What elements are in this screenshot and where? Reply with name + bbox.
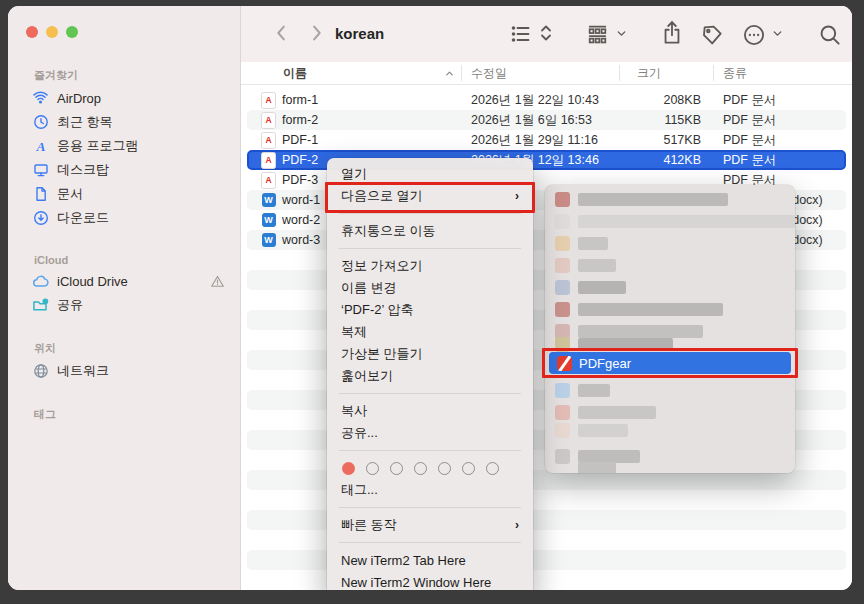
file-name: PDF-3 (282, 173, 318, 187)
file-row-PDF-1[interactable]: APDF-12026년 1월 29일 11:16517KBPDF 문서 (241, 130, 852, 150)
close-window-button[interactable] (26, 26, 38, 38)
tag-icon[interactable] (699, 22, 725, 48)
redacted-app-item[interactable] (555, 403, 656, 421)
file-date: 2026년 1월 6일 16:53 (471, 112, 629, 129)
sidebar-item-label: 데스크탑 (57, 161, 109, 179)
sidebar-item-네트워크[interactable]: 네트워크 (18, 359, 230, 383)
menu-separator (339, 450, 521, 451)
menu-item-label: ‘PDF-2’ 압축 (341, 301, 413, 319)
menu-item-정보-가져오기[interactable]: 정보 가져오기 (327, 255, 533, 277)
menu-item-label: 다음으로 열기 (341, 187, 423, 205)
file-name: word-3 (282, 233, 320, 247)
submenu-item-pdfgear[interactable]: PDFgear (549, 352, 791, 374)
sidebar-section-title: 즐겨찾기 (34, 68, 240, 83)
redacted-app-item[interactable] (555, 212, 795, 230)
redacted-app-icon (555, 405, 570, 420)
menu-item-new-iterm2-window-here[interactable]: New iTerm2 Window Here (327, 571, 533, 590)
more-actions-chevron-icon[interactable] (771, 27, 784, 40)
sidebar-sections: 즐겨찾기AirDrop최근 항목A응용 프로그램데스크탑문서다운로드iCloud… (8, 56, 240, 437)
sidebar-item-airdrop[interactable]: AirDrop (18, 86, 230, 110)
menu-item--pdf-2-압축[interactable]: ‘PDF-2’ 압축 (327, 299, 533, 321)
back-button[interactable] (271, 22, 293, 44)
column-header-name[interactable]: 이름 (261, 65, 471, 82)
menu-item-빠른-동작[interactable]: 빠른 동작› (327, 514, 533, 536)
redacted-app-item[interactable] (555, 278, 626, 296)
column-divider[interactable] (619, 65, 620, 81)
forward-button[interactable] (305, 22, 327, 44)
file-row-form-1[interactable]: Aform-12026년 1월 22일 10:43208KBPDF 문서 (241, 90, 852, 110)
sidebar-item-공유[interactable]: 공유 (18, 293, 230, 317)
redacted-app-icon (555, 302, 570, 317)
menu-item-가상본-만들기[interactable]: 가상본 만들기 (327, 343, 533, 365)
menu-item-label: 가상본 만들기 (341, 345, 423, 363)
document-icon (32, 186, 49, 203)
sidebar-item-label: iCloud Drive (57, 274, 128, 289)
menu-item-이름-변경[interactable]: 이름 변경 (327, 277, 533, 299)
file-name: PDF-2 (282, 153, 318, 167)
tag-empty-dot[interactable] (438, 462, 451, 475)
column-divider[interactable] (713, 65, 714, 81)
view-sort-chevrons-icon[interactable] (537, 22, 555, 44)
redacted-app-icon (555, 236, 570, 251)
tag-red-dot[interactable] (342, 462, 355, 475)
sidebar-item-응용-프로그램[interactable]: A응용 프로그램 (18, 134, 230, 158)
column-header-size[interactable]: 크기 (629, 65, 701, 82)
sidebar-item-데스크탑[interactable]: 데스크탑 (18, 158, 230, 182)
group-by-icon[interactable] (585, 22, 610, 47)
menu-item-열기[interactable]: 열기 (327, 163, 533, 185)
tag-empty-dot[interactable] (486, 462, 499, 475)
sidebar-item-label: 최근 항목 (57, 113, 113, 131)
menu-item-다음으로-열기[interactable]: 다음으로 열기› (327, 185, 533, 207)
tag-empty-dot[interactable] (366, 462, 379, 475)
file-date: 2026년 1월 22일 10:43 (471, 92, 629, 109)
redacted-app-item[interactable] (555, 335, 673, 353)
menu-item-휴지통으로-이동[interactable]: 휴지통으로 이동 (327, 220, 533, 242)
list-view-icon[interactable] (509, 22, 533, 46)
redacted-app-item[interactable] (555, 421, 628, 439)
menu-item-훑어보기[interactable]: 훑어보기 (327, 365, 533, 387)
word-file-icon: W (262, 213, 276, 227)
airdrop-icon (32, 90, 49, 107)
redacted-app-item[interactable] (555, 300, 723, 318)
redacted-app-item[interactable] (555, 459, 616, 473)
more-actions-icon[interactable] (741, 22, 767, 48)
menu-item-공유-[interactable]: 공유... (327, 422, 533, 444)
menu-separator (339, 542, 521, 543)
redacted-app-item[interactable] (555, 234, 608, 252)
tag-empty-dot[interactable] (390, 462, 403, 475)
pdf-file-icon: A (261, 112, 276, 129)
group-by-chevron-icon[interactable] (615, 27, 628, 40)
sidebar-item-최근-항목[interactable]: 최근 항목 (18, 110, 230, 134)
menu-item-label: 이름 변경 (341, 279, 397, 297)
zoom-window-button[interactable] (66, 26, 78, 38)
share-icon[interactable] (659, 19, 685, 47)
tag-empty-dot[interactable] (462, 462, 475, 475)
search-icon[interactable] (817, 22, 843, 48)
tag-color-row (327, 457, 533, 479)
pdf-file-icon: A (261, 132, 276, 149)
redacted-app-item[interactable] (555, 190, 728, 208)
minimize-window-button[interactable] (46, 26, 58, 38)
applications-icon: A (32, 138, 49, 155)
pdfgear-app-icon (557, 356, 572, 371)
menu-item-복사[interactable]: 복사 (327, 400, 533, 422)
column-header-date[interactable]: 수정일 (471, 65, 629, 82)
redacted-app-item[interactable] (555, 256, 616, 274)
tag-empty-dot[interactable] (414, 462, 427, 475)
menu-item-태그-[interactable]: 태그... (327, 479, 533, 501)
sidebar-item-label: 다운로드 (57, 209, 109, 227)
menu-item-label: 휴지통으로 이동 (341, 222, 436, 240)
column-header-kind[interactable]: 종류 (723, 65, 747, 82)
menu-item-new-iterm2-tab-here[interactable]: New iTerm2 Tab Here (327, 549, 533, 571)
column-divider[interactable] (461, 65, 462, 81)
sidebar-item-문서[interactable]: 문서 (18, 182, 230, 206)
shared-folder-icon (32, 297, 49, 314)
sidebar-item-다운로드[interactable]: 다운로드 (18, 206, 230, 230)
menu-item-label: 열기 (341, 165, 367, 183)
file-row-form-2[interactable]: Aform-22026년 1월 6일 16:53115KBPDF 문서 (241, 110, 852, 130)
file-name: PDF-1 (282, 133, 318, 147)
menu-item-복제[interactable]: 복제 (327, 321, 533, 343)
menu-item-label: 복사 (341, 402, 367, 420)
redacted-app-item[interactable] (555, 381, 610, 399)
sidebar-item-icloud-drive[interactable]: iCloud Drive (18, 269, 230, 293)
